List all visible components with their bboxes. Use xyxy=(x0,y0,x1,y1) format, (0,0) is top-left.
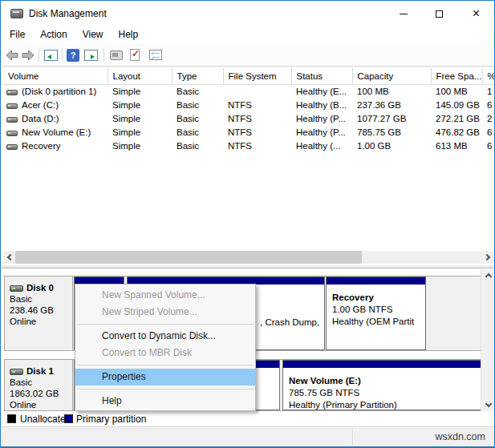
disk-icon xyxy=(10,369,23,375)
table-row[interactable]: Recovery Simple Basic NTFS Healthy (... … xyxy=(3,139,494,152)
disk1-capacity: 1863.02 GB xyxy=(10,388,72,399)
cell-free-space: 476.82 GB xyxy=(431,125,482,139)
disk-management-window: Disk Management × File Action View Help … xyxy=(0,0,495,448)
cell-percent: 6 xyxy=(482,139,494,152)
cell-volume: Acer (C:) xyxy=(22,100,59,110)
cell-status: Healthy (... xyxy=(291,139,352,152)
disk0-name: Disk 0 xyxy=(26,283,54,293)
menu-item-properties[interactable]: Properties xyxy=(75,369,255,385)
disk0-label-panel[interactable]: Disk 0 Basic 238.46 GB Online xyxy=(5,276,73,350)
cell-capacity: 100 MB xyxy=(352,84,431,98)
check-document-icon xyxy=(130,49,140,61)
partition-name: Recovery xyxy=(332,292,425,304)
col-percent[interactable]: % xyxy=(482,68,494,84)
vertical-scrollbar[interactable] xyxy=(481,269,494,411)
back-button[interactable] xyxy=(6,48,18,62)
show-action-pane-button[interactable] xyxy=(84,48,98,62)
table-row[interactable]: Data (D:) Simple Basic NTFS Healthy (P..… xyxy=(3,111,494,125)
table-row[interactable]: (Disk 0 partition 1) Simple Basic Health… xyxy=(3,84,494,98)
disk0-partition-recovery[interactable]: Recovery 1.00 GB NTFS Healthy (OEM Parti… xyxy=(326,276,426,350)
cell-type: Basic xyxy=(172,84,223,98)
customize-button[interactable] xyxy=(149,48,162,62)
cell-percent: 1 xyxy=(482,84,494,98)
primary-partition-label: Primary partition xyxy=(76,414,146,425)
window-title: Disk Management xyxy=(29,8,107,19)
maximize-button[interactable] xyxy=(421,2,457,26)
cell-volume: New Volume (E:) xyxy=(22,127,91,137)
title-bar: Disk Management × xyxy=(2,2,494,26)
scroll-down-button[interactable] xyxy=(481,399,495,411)
toolbar: ? xyxy=(2,43,494,67)
minimize-button[interactable] xyxy=(385,2,421,26)
table-row[interactable]: Acer (C:) Simple Basic NTFS Healthy (B..… xyxy=(3,98,494,111)
col-free-space[interactable]: Free Spa... xyxy=(431,68,482,84)
menu-separator xyxy=(77,365,254,365)
unallocated-color-swatch xyxy=(7,414,16,423)
menu-item-convert-to-dynamic-disk[interactable]: Convert to Dynamic Disk... xyxy=(75,328,255,345)
disk1-partition-new-volume[interactable]: New Volume (E:) 785.75 GB NTFS Healthy (… xyxy=(282,360,481,410)
partition-color-strip xyxy=(327,277,425,285)
menu-view[interactable]: View xyxy=(83,29,103,40)
menu-item-new-spanned-volume: New Spanned Volume... xyxy=(75,287,255,304)
partition-size: 785.75 GB NTFS xyxy=(289,387,481,399)
scroll-right-button[interactable] xyxy=(482,251,494,264)
menu-item-convert-to-mbr-disk: Convert to MBR Disk xyxy=(75,345,255,361)
forward-icon xyxy=(22,50,34,61)
menu-bar: File Action View Help xyxy=(2,26,494,43)
cell-percent: 6 xyxy=(482,125,494,139)
chevron-right-icon xyxy=(484,254,490,260)
status-bar-divider xyxy=(352,430,353,445)
scroll-up-button[interactable] xyxy=(481,269,495,281)
menu-separator xyxy=(77,324,254,325)
show-console-tree-button[interactable] xyxy=(44,48,58,62)
toolbar-separator xyxy=(103,48,104,62)
cell-file-system: NTFS xyxy=(223,125,291,139)
partition-size: 1.00 GB NTFS xyxy=(332,304,425,316)
help-button[interactable]: ? xyxy=(67,48,79,62)
cell-layout: Simple xyxy=(108,139,172,152)
action-pane-icon xyxy=(84,50,98,61)
col-file-system[interactable]: File System xyxy=(223,68,291,84)
toolbar-separator xyxy=(62,48,63,62)
cell-free-space: 613 MB xyxy=(431,139,482,152)
col-status[interactable]: Status xyxy=(291,68,352,84)
disk1-label-panel[interactable]: Disk 1 Basic 1863.02 GB Online xyxy=(5,360,73,410)
col-layout[interactable]: Layout xyxy=(108,68,172,84)
disk1-status: Online xyxy=(10,399,72,410)
disk0-capacity: 238.46 GB xyxy=(10,305,72,316)
scroll-left-button[interactable] xyxy=(3,251,15,264)
maximize-icon xyxy=(436,10,443,18)
forward-button[interactable] xyxy=(22,48,34,62)
cell-free-space: 145.09 GB xyxy=(431,98,482,111)
validate-button[interactable] xyxy=(130,48,140,62)
horizontal-scroll-thumb[interactable] xyxy=(15,251,362,264)
table-row[interactable]: New Volume (E:) Simple Basic NTFS Health… xyxy=(3,125,494,139)
cell-type: Basic xyxy=(172,111,223,125)
volume-icon xyxy=(6,90,18,95)
cell-volume: Data (D:) xyxy=(22,114,59,123)
cell-free-space: 272.21 GB xyxy=(431,111,482,125)
toolbar-separator xyxy=(39,48,39,62)
table-header-row: Volume Layout Type File System Status Ca… xyxy=(3,68,494,84)
cell-percent: 2 xyxy=(482,111,494,125)
menu-action[interactable]: Action xyxy=(40,29,67,40)
cell-status: Healthy (B... xyxy=(291,98,352,111)
cell-capacity: 785.75 GB xyxy=(352,125,431,139)
cell-capacity: 237.36 GB xyxy=(352,98,431,111)
menu-file[interactable]: File xyxy=(10,29,25,40)
views-button[interactable] xyxy=(110,48,123,62)
col-type[interactable]: Type xyxy=(172,68,223,84)
col-capacity[interactable]: Capacity xyxy=(352,68,431,84)
menu-item-help[interactable]: Help xyxy=(75,393,255,410)
primary-partition-color-swatch xyxy=(64,414,73,423)
menu-item-new-striped-volume: New Striped Volume... xyxy=(75,304,255,321)
menu-help[interactable]: Help xyxy=(119,29,139,40)
col-volume[interactable]: Volume xyxy=(3,68,108,84)
cell-status: Healthy (E... xyxy=(291,84,352,98)
partition-name: New Volume (E:) xyxy=(289,375,481,387)
horizontal-scrollbar[interactable] xyxy=(3,251,494,264)
cell-free-space: 100 MB xyxy=(431,84,482,98)
cell-layout: Simple xyxy=(108,84,172,98)
minimize-icon xyxy=(400,14,408,14)
close-button[interactable]: × xyxy=(457,2,495,26)
